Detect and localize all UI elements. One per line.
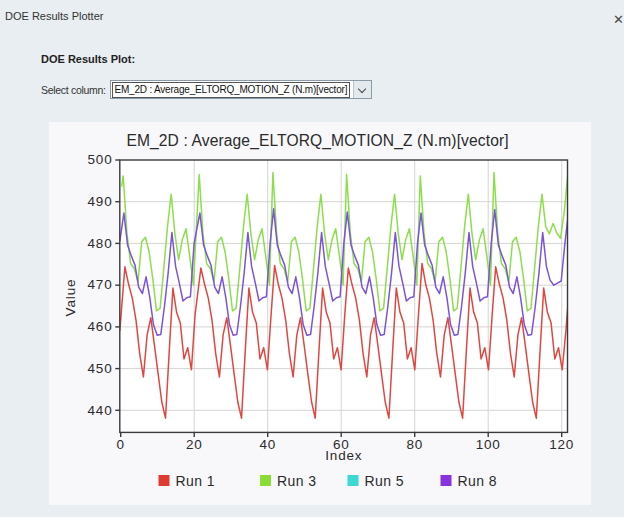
svg-text:490: 490	[88, 194, 113, 209]
svg-text:20: 20	[186, 437, 203, 452]
svg-text:Run 3: Run 3	[277, 473, 317, 489]
svg-text:450: 450	[88, 361, 113, 376]
svg-text:440: 440	[88, 403, 113, 418]
svg-text:40: 40	[259, 437, 276, 452]
svg-text:Value: Value	[63, 278, 78, 316]
svg-text:480: 480	[88, 236, 113, 251]
svg-text:Run 5: Run 5	[365, 473, 405, 489]
svg-text:500: 500	[88, 152, 113, 167]
svg-text:0: 0	[117, 437, 125, 452]
svg-text:470: 470	[88, 277, 113, 292]
svg-text:Run 1: Run 1	[176, 473, 216, 489]
svg-text:Index: Index	[325, 448, 362, 463]
svg-text:80: 80	[406, 437, 423, 452]
svg-text:120: 120	[549, 437, 574, 452]
svg-text:460: 460	[88, 319, 113, 334]
svg-text:Run 8: Run 8	[458, 473, 498, 489]
svg-text:EM_2D : Average_ELTORQ_MOTION_: EM_2D : Average_ELTORQ_MOTION_Z (N.m)[ve…	[126, 132, 508, 150]
svg-text:100: 100	[476, 437, 501, 452]
